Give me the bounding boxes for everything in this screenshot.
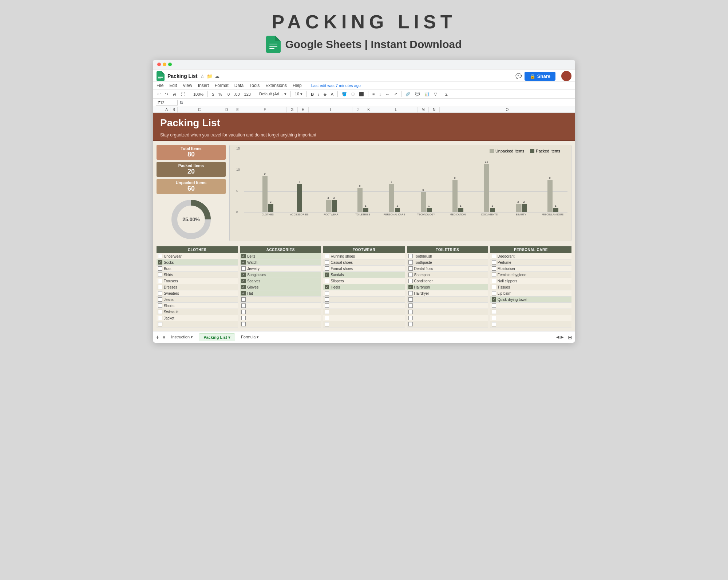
row-checkbox[interactable] xyxy=(492,310,496,314)
table-row[interactable]: Dental floss xyxy=(407,266,488,272)
add-sheet-button[interactable]: + xyxy=(156,334,159,341)
row-checkbox[interactable] xyxy=(158,297,162,302)
user-avatar[interactable] xyxy=(561,71,571,81)
zoom-button[interactable]: 100% xyxy=(192,91,205,97)
table-row[interactable]: Feminine hygiene xyxy=(490,272,571,278)
row-checkbox[interactable]: ✓ xyxy=(241,254,246,258)
row-checkbox[interactable]: ✓ xyxy=(408,285,413,289)
borders-button[interactable]: ⊞ xyxy=(350,91,356,97)
bold-button[interactable]: B xyxy=(309,91,315,97)
row-checkbox[interactable] xyxy=(492,285,496,289)
table-row[interactable]: Moisturiser xyxy=(490,266,571,272)
table-row[interactable]: Slippers xyxy=(323,278,404,284)
table-row[interactable]: Formal shoes xyxy=(323,266,404,272)
table-row[interactable] xyxy=(323,290,404,297)
table-row[interactable]: Shorts xyxy=(157,303,238,309)
tab-formula[interactable]: Formula ▾ xyxy=(237,333,263,341)
decimal-inc-button[interactable]: .00 xyxy=(233,91,241,97)
folder-icon[interactable]: 📁 xyxy=(207,74,213,79)
table-row[interactable]: Perfume xyxy=(490,259,571,266)
table-row[interactable]: Jacket xyxy=(157,315,238,321)
table-row[interactable] xyxy=(407,309,488,315)
row-checkbox[interactable] xyxy=(408,254,413,258)
row-checkbox[interactable] xyxy=(241,316,246,320)
table-row[interactable]: Shampoo xyxy=(407,272,488,278)
table-row[interactable]: Deodorant xyxy=(490,253,571,259)
italic-button[interactable]: I xyxy=(317,91,321,97)
row-checkbox[interactable] xyxy=(325,297,329,302)
row-checkbox[interactable] xyxy=(241,310,246,314)
table-row[interactable]: Lip balm xyxy=(490,290,571,297)
table-row[interactable]: Conditioner xyxy=(407,278,488,284)
menu-view[interactable]: View xyxy=(183,82,192,89)
row-checkbox[interactable]: ✓ xyxy=(241,260,246,265)
table-row[interactable] xyxy=(407,315,488,321)
row-checkbox[interactable] xyxy=(408,322,413,326)
font-select[interactable]: Default (Ari… ▾ xyxy=(258,91,288,97)
row-checkbox[interactable] xyxy=(325,316,329,320)
table-row[interactable]: ✓Sandals xyxy=(323,272,404,278)
comment-icon[interactable]: 💬 xyxy=(515,73,522,79)
table-row[interactable]: Swimsuit xyxy=(157,309,238,315)
row-checkbox[interactable] xyxy=(158,279,162,283)
tab-instruction[interactable]: Instruction ▾ xyxy=(167,333,197,341)
table-row[interactable]: ✓Belts xyxy=(240,253,321,259)
row-checkbox[interactable] xyxy=(492,279,496,283)
fill-color-button[interactable]: 🪣 xyxy=(340,91,348,97)
row-checkbox[interactable] xyxy=(158,310,162,314)
table-row[interactable]: Bras xyxy=(157,266,238,272)
row-checkbox[interactable] xyxy=(158,322,162,326)
table-row[interactable]: ✓Heels xyxy=(323,284,404,290)
filter-button[interactable]: ▽ xyxy=(432,91,438,97)
table-row[interactable] xyxy=(490,303,571,309)
row-checkbox[interactable] xyxy=(408,266,413,271)
row-checkbox[interactable] xyxy=(492,260,496,265)
strikethrough-button[interactable]: S xyxy=(322,91,328,97)
row-checkbox[interactable] xyxy=(241,322,246,326)
merge-button[interactable]: ⬛ xyxy=(357,91,365,97)
table-row[interactable] xyxy=(407,321,488,327)
table-row[interactable]: Toothpaste xyxy=(407,259,488,266)
rotate-button[interactable]: ↗ xyxy=(392,91,399,97)
paint-format-button[interactable]: ⛶ xyxy=(179,91,186,97)
font-size-button[interactable]: 10 ▾ xyxy=(293,91,304,97)
scroll-right-icon[interactable]: ▶ xyxy=(561,335,563,339)
row-checkbox[interactable] xyxy=(158,266,162,271)
comment-add-button[interactable]: 💬 xyxy=(414,91,422,97)
row-checkbox[interactable] xyxy=(158,273,162,277)
row-checkbox[interactable] xyxy=(325,260,329,265)
table-row[interactable]: Tissues xyxy=(490,284,571,290)
row-checkbox[interactable] xyxy=(408,310,413,314)
table-row[interactable]: Underwear xyxy=(157,253,238,259)
table-row[interactable] xyxy=(490,315,571,321)
row-checkbox[interactable] xyxy=(325,322,329,326)
table-row[interactable]: Casual shoes xyxy=(323,259,404,266)
menu-extensions[interactable]: Extensions xyxy=(265,82,287,89)
table-row[interactable]: Jeans xyxy=(157,297,238,303)
add-sheet-icon2[interactable]: ⊞ xyxy=(568,334,572,340)
table-row[interactable] xyxy=(240,297,321,303)
percent-button[interactable]: % xyxy=(217,91,223,97)
valign-button[interactable]: ↕ xyxy=(377,91,383,97)
row-checkbox[interactable] xyxy=(408,273,413,277)
row-checkbox[interactable] xyxy=(492,273,496,277)
row-checkbox[interactable] xyxy=(492,322,496,326)
row-checkbox[interactable] xyxy=(241,303,246,308)
table-row[interactable]: Toothbrush xyxy=(407,253,488,259)
row-checkbox[interactable] xyxy=(492,254,496,258)
menu-help[interactable]: Help xyxy=(293,82,302,89)
table-row[interactable] xyxy=(240,321,321,327)
table-row[interactable]: ✓Quick drying towel xyxy=(490,297,571,303)
row-checkbox[interactable] xyxy=(408,260,413,265)
row-checkbox[interactable] xyxy=(241,266,246,271)
row-checkbox[interactable] xyxy=(158,254,162,258)
table-row[interactable]: ✓Socks xyxy=(157,259,238,266)
chart-button[interactable]: 📊 xyxy=(423,91,431,97)
table-row[interactable] xyxy=(323,321,404,327)
row-checkbox[interactable] xyxy=(158,291,162,295)
table-row[interactable]: ✓Gloves xyxy=(240,284,321,290)
row-checkbox[interactable] xyxy=(325,254,329,258)
table-row[interactable]: Dresses xyxy=(157,284,238,290)
row-checkbox[interactable] xyxy=(408,291,413,295)
scroll-left-icon[interactable]: ◀ xyxy=(556,335,559,339)
